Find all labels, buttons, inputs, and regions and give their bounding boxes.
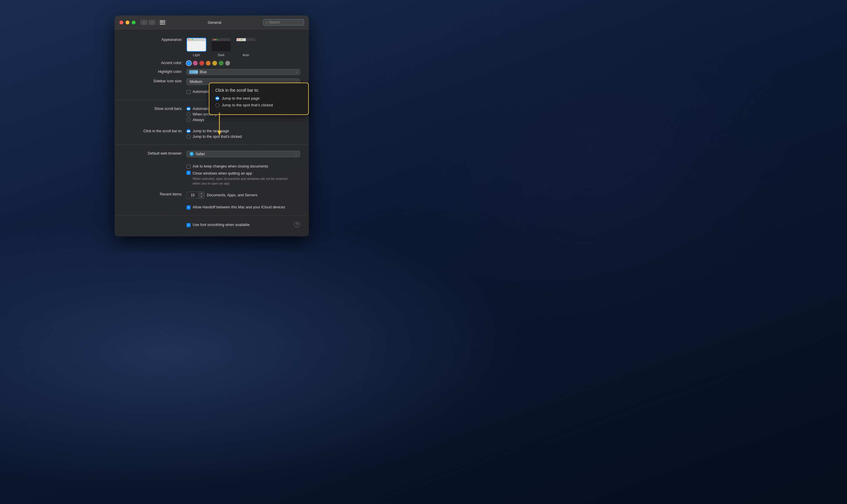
handoff-row: Allow Handoff between this Mac and your … (115, 202, 309, 211)
highlight-swatch (189, 70, 198, 74)
close-windows-checkbox-box[interactable] (187, 171, 191, 175)
thumb-dot-yellow (239, 39, 241, 40)
handoff-checkbox[interactable]: Allow Handoff between this Mac and your … (187, 205, 300, 210)
grid-dot (163, 20, 165, 21)
font-smoothing-control: Use font smoothing when available ? (187, 221, 300, 228)
highlight-color-control: Blue ⌄ (187, 69, 300, 75)
font-smoothing-label-empty (123, 224, 182, 225)
stepper-up[interactable]: ▲ (199, 192, 204, 195)
recent-items-value: 10 (187, 193, 198, 198)
close-windows-checkbox[interactable]: Close windows when quitting an app When … (187, 170, 300, 186)
tooltip-spot[interactable]: Jump to the spot that's clicked (215, 103, 302, 107)
chevron-down-icon: ⌄ (295, 152, 297, 156)
tooltip-spot-radio[interactable] (215, 103, 219, 107)
tooltip-title: Click in the scroll bar to: (215, 88, 302, 93)
grid-dot (162, 23, 163, 25)
click-scrollbar-label: Click in the scroll bar to: (123, 128, 182, 133)
ask-keep-checkbox[interactable]: Ask to keep changes when closing documen… (187, 164, 300, 169)
search-bar[interactable]: ⌕ Search (263, 19, 304, 25)
accent-yellow[interactable] (212, 61, 217, 66)
accent-colors (187, 61, 300, 66)
browser-dropdown[interactable]: S Safari ⌄ (187, 151, 300, 157)
scroll-auto-radio[interactable] (187, 107, 191, 111)
ask-keep-label: Ask to keep changes when closing documen… (193, 164, 268, 168)
accent-pink[interactable] (193, 61, 197, 66)
tooltip-next-page[interactable]: Jump to the next page (215, 96, 302, 101)
handoff-checkbox-box[interactable] (187, 205, 191, 210)
forward-button[interactable]: › (149, 20, 156, 25)
back-button[interactable]: ‹ (140, 20, 148, 25)
grid-dot (160, 22, 161, 23)
close-windows-label: Close windows when quitting an app (193, 171, 252, 176)
click-next-page-label: Jump to the next page (193, 129, 229, 133)
auto-thumbnail (236, 38, 256, 52)
close-button[interactable] (119, 21, 123, 24)
tooltip-next-page-radio[interactable] (215, 96, 219, 101)
thumb-dot-red (188, 39, 189, 40)
accent-orange[interactable] (206, 61, 211, 66)
ask-keep-checkbox-box[interactable] (187, 165, 191, 169)
click-spot-label: Jump to the spot that's clicked (193, 134, 242, 139)
auto-hide-label-empty (123, 88, 182, 89)
click-scrollbar-group: Jump to the next page Jump to the spot t… (187, 129, 300, 139)
font-smoothing-label: Use font smoothing when available (193, 223, 250, 227)
accent-color-row: Accent color: (115, 58, 309, 67)
maximize-button[interactable] (132, 21, 136, 24)
safari-icon: S (190, 152, 194, 156)
checkboxes-control: Ask to keep changes when closing documen… (187, 163, 300, 186)
light-thumbnail (187, 38, 206, 52)
scroll-scrolling-radio[interactable] (187, 112, 191, 116)
click-next-page-option[interactable]: Jump to the next page (187, 129, 300, 133)
font-smoothing-group: Use font smoothing when available ? (187, 221, 300, 228)
close-windows-sublabel: When selected, open documents and window… (193, 177, 287, 186)
settings-content: Appearance: Light (115, 30, 309, 236)
highlight-dropdown[interactable]: Blue ⌄ (187, 69, 300, 75)
grid-button[interactable] (158, 20, 166, 25)
recent-items-stepper[interactable]: 10 ▲ ▼ (187, 192, 204, 199)
accent-gray[interactable] (225, 61, 230, 66)
appearance-light[interactable]: Light (187, 38, 206, 57)
appearance-auto[interactable]: Auto (236, 38, 256, 57)
click-spot-radio[interactable] (187, 134, 191, 139)
default-browser-control: S Safari ⌄ (187, 151, 300, 157)
traffic-lights (119, 21, 136, 24)
scroll-always-radio[interactable] (187, 118, 191, 122)
appearance-dark[interactable]: Dark (211, 38, 231, 57)
appearance-row: Appearance: Light (115, 35, 309, 58)
scroll-always-option[interactable]: Always (187, 118, 300, 122)
font-smoothing-checkbox[interactable]: Use font smoothing when available (187, 223, 250, 227)
thumb-dot-green (217, 39, 218, 40)
checkboxes-row: Ask to keep changes when closing documen… (115, 161, 309, 187)
thumb-dot-green (241, 39, 242, 40)
accent-blue[interactable] (187, 61, 191, 66)
appearance-control: Light Dark (187, 37, 300, 57)
recent-items-stepper-group: 10 ▲ ▼ Documents, Apps, and Servers (187, 192, 300, 199)
titlebar: ‹ › General ⌕ Search (115, 16, 309, 30)
handoff-label-empty (123, 204, 182, 204)
recent-items-suffix: Documents, Apps, and Servers (207, 193, 257, 197)
tooltip-spot-label: Jump to the spot that's clicked (222, 103, 273, 107)
help-button[interactable]: ? (294, 221, 300, 228)
appearance-options: Light Dark (187, 38, 300, 57)
recent-items-control: 10 ▲ ▼ Documents, Apps, and Servers (187, 192, 300, 199)
font-smoothing-checkbox-box[interactable] (187, 223, 191, 227)
minimize-button[interactable] (125, 21, 129, 24)
tooltip-overlay: Click in the scroll bar to: Jump to the … (209, 83, 309, 115)
checkboxes-label-empty (123, 163, 182, 164)
font-smoothing-row: Use font smoothing when available ? (115, 220, 309, 229)
window-title: General (169, 20, 261, 25)
search-input[interactable]: Search (269, 20, 280, 24)
dark-thumbnail (211, 38, 231, 52)
chevron-down-icon: ⌄ (296, 71, 298, 73)
stepper-down[interactable]: ▼ (199, 195, 204, 198)
search-icon: ⌕ (265, 21, 267, 24)
accent-green[interactable] (219, 61, 224, 66)
thumb-dot-yellow (190, 39, 191, 40)
click-spot-option[interactable]: Jump to the spot that's clicked (187, 134, 300, 139)
recent-items-row: Recent items: 10 ▲ ▼ Documents, Apps, an… (115, 190, 309, 200)
click-next-page-radio[interactable] (187, 129, 191, 133)
auto-hide-checkbox-box[interactable] (187, 90, 191, 94)
accent-red[interactable] (200, 61, 204, 66)
grid-icon (160, 20, 165, 25)
default-browser-label: Default web browser: (123, 151, 182, 156)
